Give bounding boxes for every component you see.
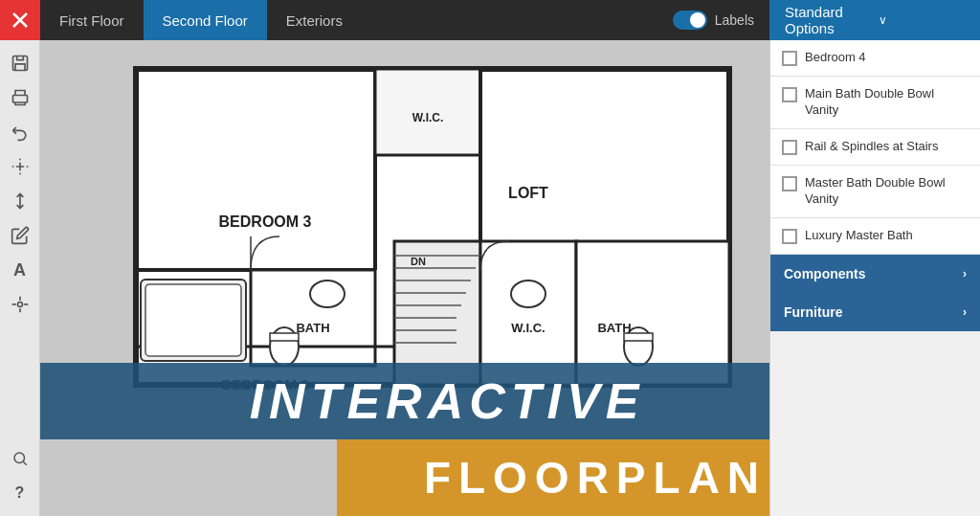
tab-exteriors[interactable]: Exteriors bbox=[267, 0, 362, 40]
option-item-3[interactable]: Master Bath Double Bowl Vanity bbox=[770, 166, 980, 218]
canvas-area: BEDROOM 3 LOFT W.I.C. BATH W.I.C. BATH D… bbox=[40, 40, 769, 516]
save-button[interactable] bbox=[5, 48, 35, 79]
help-button[interactable]: ? bbox=[5, 478, 35, 508]
svg-point-9 bbox=[14, 453, 25, 463]
standard-options-header[interactable]: Standard Options ∨ bbox=[769, 0, 980, 40]
svg-text:BEDROOM 2: BEDROOM 2 bbox=[222, 376, 309, 393]
pencil-button[interactable] bbox=[5, 220, 35, 251]
svg-rect-3 bbox=[12, 96, 27, 103]
option-checkbox-4[interactable] bbox=[782, 229, 797, 244]
svg-text:DN: DN bbox=[411, 256, 426, 267]
option-item-4[interactable]: Luxury Master Bath bbox=[770, 218, 980, 255]
option-label-3: Master Bath Double Bowl Vanity bbox=[805, 175, 969, 208]
option-checkbox-2[interactable] bbox=[782, 140, 797, 155]
option-item-1[interactable]: Main Bath Double Bowl Vanity bbox=[770, 77, 980, 129]
option-item-0[interactable]: Bedroom 4 bbox=[770, 40, 980, 77]
toolbar: A ? bbox=[0, 40, 40, 516]
svg-text:LOFT: LOFT bbox=[508, 185, 548, 201]
header: First Floor Second Floor Exteriors Label… bbox=[0, 0, 980, 40]
floorplan-bar: FLOORPLAN bbox=[337, 439, 769, 516]
collapse-panel-button[interactable]: › bbox=[769, 259, 770, 298]
right-panel: › Bedroom 4Main Bath Double Bowl VanityR… bbox=[769, 40, 980, 516]
svg-text:W.I.C.: W.I.C. bbox=[412, 111, 444, 124]
option-label-0: Bedroom 4 bbox=[805, 50, 866, 66]
close-button[interactable] bbox=[0, 0, 40, 40]
svg-text:BATH: BATH bbox=[597, 321, 631, 335]
standard-options-label: Standard Options bbox=[785, 4, 871, 36]
options-section: Bedroom 4Main Bath Double Bowl VanityRai… bbox=[770, 40, 980, 331]
components-section-header[interactable]: Components › bbox=[770, 255, 980, 293]
chevron-down-icon: ∨ bbox=[879, 13, 965, 27]
labels-text: Labels bbox=[715, 12, 754, 28]
svg-rect-18 bbox=[576, 241, 729, 385]
floorplan-svg: BEDROOM 3 LOFT W.I.C. BATH W.I.C. BATH D… bbox=[117, 50, 748, 414]
svg-text:BATH: BATH bbox=[296, 321, 329, 335]
option-checkbox-0[interactable] bbox=[782, 51, 797, 66]
svg-rect-24 bbox=[145, 284, 241, 356]
svg-text:W.I.C.: W.I.C. bbox=[511, 321, 545, 335]
svg-point-4 bbox=[17, 303, 22, 307]
search-button[interactable] bbox=[5, 443, 35, 474]
text-button[interactable]: A bbox=[5, 255, 35, 285]
svg-rect-16 bbox=[394, 241, 480, 385]
option-checkbox-3[interactable] bbox=[782, 176, 797, 191]
tab-first-floor[interactable]: First Floor bbox=[40, 0, 144, 40]
labels-toggle[interactable] bbox=[673, 11, 707, 30]
option-label-2: Rail & Spindles at Stairs bbox=[805, 139, 938, 155]
option-label-4: Luxury Master Bath bbox=[805, 228, 913, 244]
pan-button[interactable] bbox=[5, 151, 35, 182]
furniture-label: Furniture bbox=[784, 304, 842, 320]
undo-button[interactable] bbox=[5, 117, 35, 147]
components-label: Components bbox=[784, 266, 866, 281]
option-label-1: Main Bath Double Bowl Vanity bbox=[805, 86, 969, 119]
tab-second-floor[interactable]: Second Floor bbox=[144, 0, 267, 40]
options-list: Bedroom 4Main Bath Double Bowl VanityRai… bbox=[770, 40, 980, 255]
svg-rect-21 bbox=[270, 333, 299, 341]
furniture-section-header[interactable]: Furniture › bbox=[770, 293, 980, 331]
labels-area: Labels bbox=[657, 0, 769, 40]
crosshair-button[interactable] bbox=[5, 289, 35, 320]
option-item-2[interactable]: Rail & Spindles at Stairs bbox=[770, 129, 980, 166]
floorplan-text: FLOORPLAN bbox=[424, 452, 767, 504]
option-checkbox-1[interactable] bbox=[782, 87, 797, 102]
furniture-arrow: › bbox=[963, 305, 967, 319]
toggle-thumb bbox=[690, 12, 705, 28]
main: A ? bbox=[0, 40, 980, 516]
zoom-vertical-button[interactable] bbox=[5, 186, 35, 216]
svg-point-22 bbox=[310, 280, 345, 307]
svg-text:BEDROOM 3: BEDROOM 3 bbox=[219, 213, 312, 230]
svg-rect-17 bbox=[480, 241, 576, 385]
svg-point-27 bbox=[511, 280, 546, 307]
print-button[interactable] bbox=[5, 82, 35, 113]
components-arrow: › bbox=[963, 267, 967, 280]
